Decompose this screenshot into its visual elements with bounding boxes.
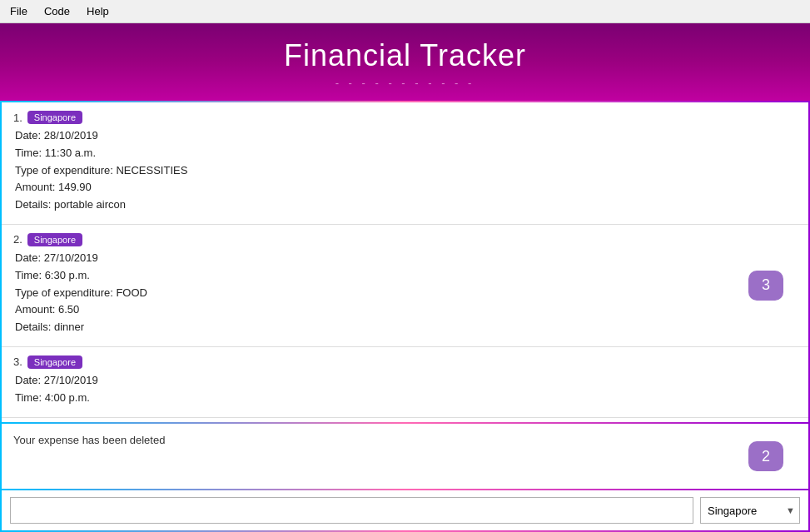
status-badge: 2: [748, 441, 783, 471]
expense-item-2: 2. Singapore Date: 27/10/2019 Time: 6:30…: [2, 225, 808, 347]
header-divider: - - - - - - - - - - -: [0, 77, 810, 89]
expense-details-2: Date: 27/10/2019 Time: 6:30 p.m. Type of…: [13, 250, 797, 336]
expense-location-badge-2: Singapore: [27, 233, 82, 246]
input-area: Singapore Malaysia USA UK ▼: [2, 490, 808, 530]
expense-number-2: 2.: [13, 233, 22, 246]
expense-details-3: Date: 27/10/2019 Time: 4:00 p.m.: [13, 372, 797, 407]
expense-floating-badge-2: 3: [748, 271, 783, 301]
status-area: Your expense has been deleted 2: [2, 424, 808, 490]
menu-file[interactable]: File: [7, 3, 31, 19]
expense-number-3: 3.: [13, 355, 22, 368]
menu-code[interactable]: Code: [41, 3, 73, 19]
location-select[interactable]: Singapore Malaysia USA UK: [700, 497, 800, 524]
expense-input[interactable]: [10, 497, 693, 524]
expense-list[interactable]: 1. Singapore Date: 28/10/2019 Time: 11:3…: [2, 102, 808, 424]
menubar: File Code Help: [0, 0, 810, 23]
expense-item-1: 1. Singapore Date: 28/10/2019 Time: 11:3…: [2, 102, 808, 225]
expense-location-badge-3: Singapore: [27, 355, 82, 369]
location-select-wrapper: Singapore Malaysia USA UK ▼: [700, 497, 800, 524]
main-container: 1. Singapore Date: 28/10/2019 Time: 11:3…: [0, 101, 810, 532]
expense-details-1: Date: 28/10/2019 Time: 11:30 a.m. Type o…: [13, 127, 797, 214]
expense-number-1: 1.: [13, 112, 22, 124]
expense-item-3: 3. Singapore Date: 27/10/2019 Time: 4:00…: [2, 347, 808, 418]
menu-help[interactable]: Help: [83, 3, 112, 19]
status-message: Your expense has been deleted: [13, 434, 797, 446]
app-header: Financial Tracker - - - - - - - - - - -: [0, 23, 810, 101]
app-title: Financial Tracker: [0, 38, 810, 73]
expense-location-badge-1: Singapore: [27, 111, 82, 124]
